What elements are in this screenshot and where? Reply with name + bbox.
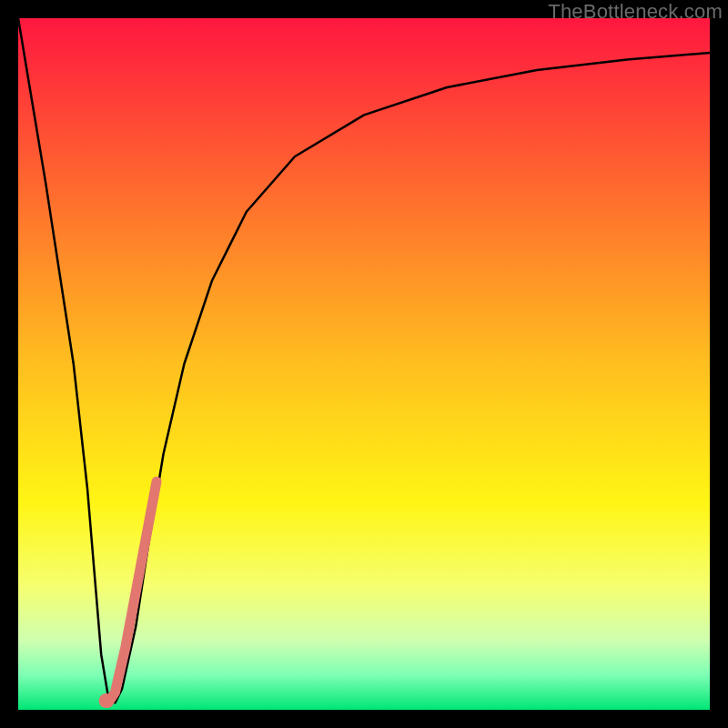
chart-background — [18, 18, 710, 710]
watermark-text: TheBottleneck.com — [548, 0, 723, 24]
chart-plot — [18, 18, 710, 710]
chart-frame: TheBottleneck.com — [0, 0, 728, 728]
highlight-dot — [99, 693, 114, 708]
